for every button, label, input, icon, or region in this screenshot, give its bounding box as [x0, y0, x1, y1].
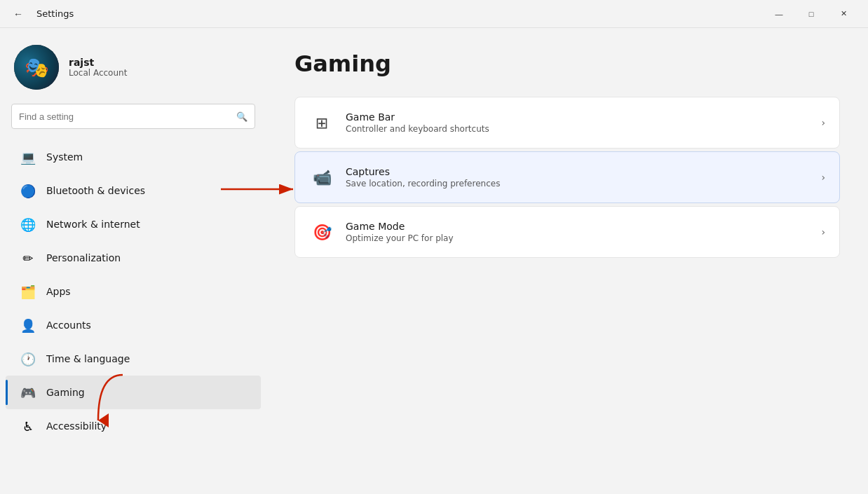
title-bar-left: ← Settings [8, 4, 763, 24]
app-title: Settings [36, 8, 74, 19]
bluetooth-icon: 🔵 [20, 182, 36, 199]
captures-icon: 📹 [309, 165, 334, 190]
search-box[interactable]: 🔍 [11, 104, 255, 129]
personalization-icon: ✏️ [20, 249, 36, 266]
maximize-button[interactable]: □ [795, 3, 827, 25]
sidebar-label-time: Time & language [46, 353, 130, 364]
user-account-type: Local Account [69, 68, 127, 78]
sidebar-label-system: System [46, 151, 83, 163]
gamemode-chevron: › [821, 226, 825, 238]
sidebar-item-system[interactable]: 💻 System [6, 140, 261, 174]
avatar-image [14, 45, 59, 90]
back-button[interactable]: ← [8, 4, 28, 24]
sidebar-label-network: Network & internet [46, 219, 140, 230]
apps-icon: 🗂️ [20, 283, 36, 300]
gamebar-subtitle: Controller and keyboard shortcuts [346, 124, 821, 134]
nav-list: 💻 System 🔵 Bluetooth & devices 🌐 Network… [0, 140, 266, 443]
content-area: Gaming ⊞ Game Bar Controller and keyboar… [266, 28, 868, 494]
system-icon: 💻 [20, 149, 36, 165]
main-layout: rajst Local Account 🔍 💻 System 🔵 Bluetoo… [0, 28, 868, 494]
gamebar-chevron: › [821, 117, 825, 128]
sidebar-item-apps[interactable]: 🗂️ Apps [6, 275, 261, 308]
settings-card-gamemode[interactable]: 🎯 Game Mode Optimize your PC for play › [294, 206, 840, 258]
sidebar-label-accessibility: Accessibility [46, 420, 107, 432]
search-container: 🔍 [0, 104, 266, 140]
sidebar-label-apps: Apps [46, 286, 71, 297]
content-wrapper: Gaming ⊞ Game Bar Controller and keyboar… [294, 50, 840, 258]
gamemode-text: Game Mode Optimize your PC for play [346, 221, 821, 243]
search-input[interactable] [19, 111, 231, 122]
gamebar-title: Game Bar [346, 111, 821, 123]
sidebar-item-personalization[interactable]: ✏️ Personalization [6, 241, 261, 275]
time-icon: 🕐 [20, 350, 36, 367]
sidebar-item-gaming[interactable]: 🎮 Gaming [6, 376, 261, 409]
settings-card-captures[interactable]: 📹 Captures Save location, recording pref… [294, 151, 840, 203]
captures-chevron: › [821, 172, 825, 183]
network-icon: 🌐 [20, 216, 36, 233]
user-name: rajst [69, 57, 127, 68]
sidebar-item-accounts[interactable]: 👤 Accounts [6, 308, 261, 342]
gamemode-icon: 🎯 [309, 219, 334, 245]
sidebar-label-gaming: Gaming [46, 387, 85, 398]
captures-text: Captures Save location, recording prefer… [346, 166, 821, 188]
captures-subtitle: Save location, recording preferences [346, 179, 821, 188]
accessibility-icon: ♿ [20, 418, 36, 434]
gamemode-title: Game Mode [346, 221, 821, 232]
minimize-button[interactable]: — [763, 3, 795, 25]
captures-title: Captures [346, 166, 821, 177]
avatar [14, 45, 59, 90]
gamebar-text: Game Bar Controller and keyboard shortcu… [346, 111, 821, 134]
settings-cards: ⊞ Game Bar Controller and keyboard short… [294, 97, 840, 258]
title-bar: ← Settings — □ ✕ [0, 0, 868, 28]
title-bar-controls: — □ ✕ [763, 3, 860, 25]
sidebar-item-network[interactable]: 🌐 Network & internet [6, 207, 261, 241]
search-icon: 🔍 [236, 111, 247, 122]
sidebar-label-accounts: Accounts [46, 320, 91, 331]
sidebar-item-bluetooth[interactable]: 🔵 Bluetooth & devices [6, 174, 261, 207]
sidebar-label-bluetooth: Bluetooth & devices [46, 185, 145, 196]
gamebar-icon: ⊞ [309, 110, 334, 135]
gamemode-subtitle: Optimize your PC for play [346, 233, 821, 243]
user-profile: rajst Local Account [0, 28, 266, 104]
sidebar-label-personalization: Personalization [46, 252, 121, 263]
sidebar-item-time[interactable]: 🕐 Time & language [6, 342, 261, 376]
close-button[interactable]: ✕ [827, 3, 860, 25]
user-info: rajst Local Account [69, 57, 127, 78]
gaming-icon: 🎮 [20, 384, 36, 401]
sidebar-item-accessibility[interactable]: ♿ Accessibility [6, 409, 261, 443]
settings-card-gamebar[interactable]: ⊞ Game Bar Controller and keyboard short… [294, 97, 840, 149]
sidebar: rajst Local Account 🔍 💻 System 🔵 Bluetoo… [0, 28, 266, 494]
accounts-icon: 👤 [20, 317, 36, 334]
page-title: Gaming [294, 50, 840, 77]
